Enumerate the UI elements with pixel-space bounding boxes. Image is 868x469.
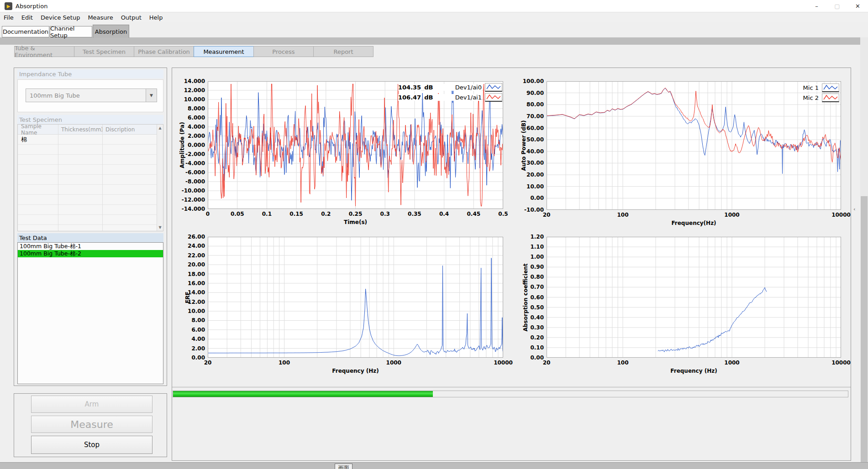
table-row[interactable] xyxy=(18,185,157,195)
y-tick-label: 4.00 xyxy=(175,336,205,342)
subtab-measurement[interactable]: Measurement xyxy=(194,46,254,57)
y-tick-label: 4.000 xyxy=(175,124,205,130)
x-tick-label: 20 xyxy=(193,360,222,366)
bottom-screen-tab[interactable]: 画面 xyxy=(335,464,352,469)
scroll-down-icon[interactable]: ▼ xyxy=(157,225,163,229)
table-row[interactable] xyxy=(18,145,157,155)
panel-divider xyxy=(172,387,851,387)
y-tick-label: 8.00 xyxy=(175,317,205,323)
progress-bar-fill xyxy=(173,391,433,397)
x-tick-label: 10000 xyxy=(826,360,856,366)
test-specimen-table[interactable]: Sample Name Thickness(mm) Discription 棉 … xyxy=(17,124,163,231)
table-scrollbar[interactable]: ▲ ▼ xyxy=(157,125,163,231)
y-tick-label: 70.00 xyxy=(514,113,544,120)
test-data-item-selected[interactable]: 100mm Big Tube-棉-2 xyxy=(18,250,163,257)
app-icon: ▶ xyxy=(5,2,12,10)
y-tick-label: 0.80 xyxy=(514,274,544,280)
x-tick-label: 1000 xyxy=(717,360,747,366)
menu-help[interactable]: Help xyxy=(149,14,163,21)
subtab-test-specimen[interactable]: Test Specimen xyxy=(74,46,134,57)
arm-button[interactable]: Arm xyxy=(31,396,153,413)
y-tick-label: 14.00 xyxy=(175,289,205,296)
table-row[interactable] xyxy=(18,215,157,225)
column-divider xyxy=(58,125,58,231)
legend-mic-2: Mic 2 xyxy=(798,94,819,101)
auto-power-chart: Frequency(Hz) Auto Power (dB) 100.0090.0… xyxy=(547,81,841,210)
window-scrollbar[interactable] xyxy=(860,37,868,462)
y-tick-label: 90.00 xyxy=(514,90,544,96)
y-tick-label: 0.30 xyxy=(514,324,544,331)
y-tick-label: 14.000 xyxy=(175,78,205,84)
tab-documentation[interactable]: Documentation xyxy=(2,26,49,37)
tab-absorption[interactable]: Absorption xyxy=(93,25,129,38)
y-tick-label: 12.000 xyxy=(175,87,205,94)
x-tick-label: 20 xyxy=(532,360,561,366)
impedance-tube-dropdown[interactable]: 100mm Big Tube ▼ xyxy=(26,89,157,102)
test-data-item[interactable]: 100mm Big Tube-棉-1 xyxy=(18,243,163,250)
scrollbar-thumb[interactable] xyxy=(861,196,868,462)
y-tick-label: 0.00 xyxy=(514,195,544,201)
test-data-header: Test Data xyxy=(17,233,163,242)
y-tick-label: 26.00 xyxy=(175,234,205,240)
subtab-tube-environment[interactable]: Tube & Environment xyxy=(14,46,74,57)
ai0-level-unit: dB xyxy=(424,84,433,91)
table-row[interactable] xyxy=(18,205,157,215)
collapse-panel-icon[interactable]: ‹ xyxy=(853,206,855,212)
auto-power-y-axis-label: Auto Power (dB) xyxy=(520,81,527,210)
x-tick-label: 20 xyxy=(532,212,561,218)
maximize-button[interactable]: ▢ xyxy=(827,0,847,12)
tab-channel-setup[interactable]: Channel Setup xyxy=(50,26,92,37)
menu-bar: File Edit Device Setup Measure Output He… xyxy=(0,13,868,22)
x-tick-label: 0.1 xyxy=(252,211,281,217)
table-row[interactable] xyxy=(18,195,157,205)
stop-button[interactable]: Stop xyxy=(31,436,153,454)
y-tick-label: 10.00 xyxy=(175,308,205,314)
table-row[interactable] xyxy=(18,175,157,185)
mic-1-plot-icon[interactable] xyxy=(822,83,839,92)
ai0-level-readout: 104.35 xyxy=(398,84,421,91)
cell-thickness xyxy=(58,135,102,144)
x-tick-label: 1000 xyxy=(717,212,747,218)
y-tick-label: 10.00 xyxy=(514,183,544,190)
impedance-tube-selected-value: 100mm Big Tube xyxy=(26,92,146,99)
y-tick-label: -2.000 xyxy=(175,151,205,157)
column-sample-name: Sample Name xyxy=(18,125,58,134)
cell-sample-name: 棉 xyxy=(18,135,58,144)
auto-power-plot xyxy=(547,81,841,210)
menu-output[interactable]: Output xyxy=(121,14,142,21)
table-row[interactable]: 棉 xyxy=(18,135,157,145)
x-tick-label: 0.05 xyxy=(223,211,252,217)
y-tick-label: 0.20 xyxy=(514,334,544,341)
time-x-axis-label: Time(s) xyxy=(208,219,503,225)
minimize-button[interactable]: – xyxy=(806,0,827,12)
legend-dev1-ai0: Dev1/ai0 xyxy=(433,84,482,91)
x-tick-label: 100 xyxy=(608,360,637,366)
menu-device-setup[interactable]: Device Setup xyxy=(41,14,80,21)
legend-dev1-ai1: Dev1/ai1 xyxy=(433,94,482,101)
menu-measure[interactable]: Measure xyxy=(88,14,113,21)
dropdown-arrow-icon[interactable]: ▼ xyxy=(146,89,157,102)
y-tick-label: 2.000 xyxy=(175,133,205,139)
y-tick-label: 0.10 xyxy=(514,344,544,351)
table-row[interactable] xyxy=(18,165,157,175)
dev1-ai0-plot-icon[interactable] xyxy=(485,83,502,92)
subtab-report[interactable]: Report xyxy=(313,46,374,57)
close-button[interactable]: ✕ xyxy=(847,0,868,12)
ai1-level-readout: 106.47 xyxy=(398,94,421,101)
dev1-ai1-plot-icon[interactable] xyxy=(485,93,502,102)
x-tick-label: 0.2 xyxy=(311,211,341,217)
window-title: Absorption xyxy=(16,3,47,10)
x-tick-label: 100 xyxy=(608,212,637,218)
subtab-process[interactable]: Process xyxy=(253,46,314,57)
measure-button[interactable]: Measure xyxy=(31,416,153,433)
scroll-up-icon[interactable]: ▲ xyxy=(157,126,163,130)
y-tick-label: 2.00 xyxy=(175,345,205,352)
x-tick-label: 0.45 xyxy=(459,211,488,217)
menu-edit[interactable]: Edit xyxy=(21,14,33,21)
subtab-phase-calibration[interactable]: Phase Calibration xyxy=(134,46,194,57)
column-discription: Discription xyxy=(102,125,157,134)
main-tab-strip xyxy=(0,26,868,37)
table-row[interactable] xyxy=(18,155,157,165)
menu-file[interactable]: File xyxy=(4,14,14,21)
mic-2-plot-icon[interactable] xyxy=(822,94,839,102)
